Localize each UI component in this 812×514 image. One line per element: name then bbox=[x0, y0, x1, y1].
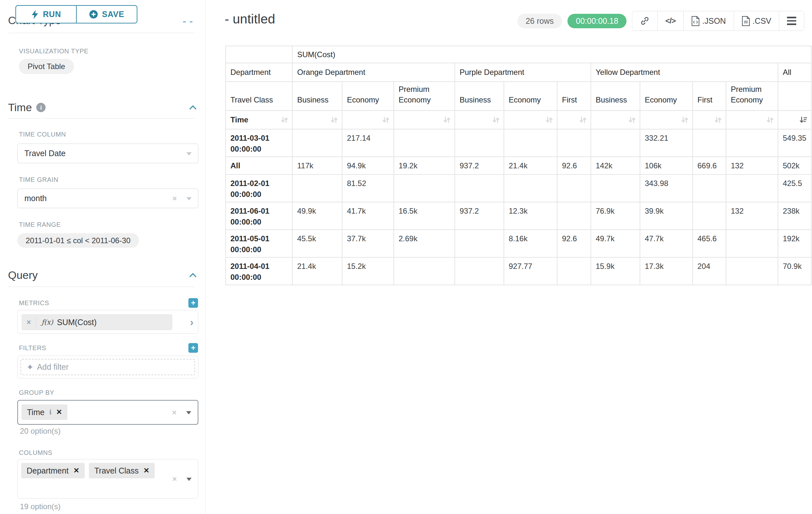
remove-tag-icon[interactable]: ✕ bbox=[56, 408, 62, 416]
copy-link-button[interactable] bbox=[632, 11, 657, 30]
chevron-down-icon bbox=[186, 152, 192, 156]
export-json-button[interactable]: .JSON bbox=[683, 11, 734, 30]
run-button[interactable]: RUN bbox=[16, 6, 76, 23]
sort-cell[interactable] bbox=[693, 111, 726, 129]
collapse-chevron-icon[interactable] bbox=[188, 103, 198, 112]
export-csv-button[interactable]: .CSV bbox=[734, 11, 779, 30]
col-dimension-label: Department bbox=[226, 63, 292, 81]
pivot-cell: 937.2 bbox=[455, 202, 503, 229]
metric-pill[interactable]: × ƒ(x) SUM(Cost) bbox=[22, 314, 172, 330]
sort-cell[interactable] bbox=[557, 111, 590, 129]
row-header: 2011-02-01 00:00:00 bbox=[226, 175, 292, 202]
add-metric-button[interactable]: + bbox=[188, 298, 198, 308]
pivot-row-total: 502k bbox=[778, 157, 811, 174]
group-by-select[interactable]: Time i ✕ × bbox=[17, 400, 198, 425]
pivot-cell: 94.9k bbox=[343, 157, 394, 174]
class-header: Economy bbox=[640, 82, 692, 110]
group-by-label: GROUP BY bbox=[19, 389, 54, 397]
sort-cell[interactable] bbox=[293, 111, 342, 129]
columns-select[interactable]: Department ✕ Travel Class ✕ × bbox=[17, 459, 198, 498]
pivot-row: 2011-06-01 00:00:0049.9k41.7k16.5k937.21… bbox=[226, 202, 811, 229]
time-grain-select[interactable]: month × bbox=[17, 189, 198, 208]
filters-box: + Add filter bbox=[17, 356, 198, 378]
clear-icon[interactable]: × bbox=[172, 408, 176, 417]
pivot-cell: 21.4k bbox=[504, 157, 557, 174]
pivot-cell: 132 bbox=[726, 157, 778, 174]
group-by-options-hint: 20 option(s) bbox=[20, 427, 61, 436]
time-column-select[interactable]: Travel Date bbox=[17, 143, 198, 163]
columns-options-hint: 19 option(s) bbox=[20, 502, 61, 511]
class-header: Business bbox=[293, 82, 342, 110]
pivot-cell bbox=[504, 130, 557, 157]
time-range-pill[interactable]: 2011-01-01 ≤ col < 2011-06-30 bbox=[17, 233, 139, 248]
pivot-cell bbox=[726, 175, 778, 202]
sort-cell[interactable] bbox=[455, 111, 503, 129]
columns-label: COLUMNS bbox=[19, 449, 52, 457]
sort-cell[interactable] bbox=[343, 111, 394, 129]
class-header: First bbox=[693, 82, 726, 110]
add-filter-dropzone[interactable]: + Add filter bbox=[21, 359, 195, 375]
pivot-cell bbox=[455, 230, 503, 257]
pivot-cell: 142k bbox=[591, 157, 640, 174]
sort-cell[interactable] bbox=[778, 111, 811, 129]
sort-row: Time bbox=[226, 111, 811, 129]
department-header: Yellow Department bbox=[591, 63, 778, 81]
pivot-row-total: 425.5 bbox=[778, 175, 811, 202]
pivot-cell: 47.7k bbox=[640, 230, 692, 257]
metric-name: SUM(Cost) bbox=[57, 318, 96, 327]
sort-cell[interactable] bbox=[394, 111, 455, 129]
pivot-cell: 117k bbox=[293, 157, 342, 174]
class-header: Economy bbox=[343, 82, 394, 110]
query-timer-badge: 00:00:00.18 bbox=[568, 14, 627, 28]
columns-tag[interactable]: Department ✕ bbox=[21, 463, 85, 478]
pivot-row: 2011-05-01 00:00:0045.5k37.7k2.69k8.16k9… bbox=[226, 230, 811, 257]
pivot-row-total: 192k bbox=[778, 230, 811, 257]
sort-cell[interactable] bbox=[504, 111, 557, 129]
pivot-cell: 92.6 bbox=[557, 230, 590, 257]
clear-icon[interactable]: × bbox=[172, 194, 177, 203]
chevron-down-icon bbox=[186, 197, 192, 200]
panel-resize-handle[interactable] bbox=[183, 21, 193, 23]
pivot-cell bbox=[726, 230, 778, 257]
pivot-cell: 45.5k bbox=[293, 230, 342, 257]
viz-type-pill[interactable]: Pivot Table bbox=[19, 59, 74, 74]
sort-cell[interactable] bbox=[640, 111, 692, 129]
pivot-cell bbox=[455, 258, 503, 285]
sort-icon bbox=[545, 116, 554, 124]
remove-metric-icon[interactable]: × bbox=[22, 318, 36, 327]
pivot-cell bbox=[693, 202, 726, 229]
pivot-row: 2011-02-01 00:00:0081.52343.98425.5 bbox=[226, 175, 811, 202]
row-header: 2011-05-01 00:00:00 bbox=[226, 230, 292, 257]
time-column-label: TIME COLUMN bbox=[19, 131, 66, 138]
csv-file-icon bbox=[742, 16, 750, 26]
panel-divider[interactable] bbox=[205, 0, 206, 514]
pivot-cell: 49.7k bbox=[591, 230, 640, 257]
time-range-label: TIME RANGE bbox=[19, 221, 61, 228]
query-section-heading: Query bbox=[8, 269, 38, 281]
sort-cell[interactable] bbox=[591, 111, 640, 129]
menu-icon bbox=[787, 17, 796, 25]
remove-tag-icon[interactable]: ✕ bbox=[143, 466, 149, 475]
collapse-chevron-icon[interactable] bbox=[188, 270, 198, 280]
metric-header-row: SUM(Cost) bbox=[226, 46, 811, 63]
remove-tag-icon[interactable]: ✕ bbox=[74, 466, 79, 475]
more-options-button[interactable] bbox=[779, 11, 804, 30]
fx-icon: ƒ(x) bbox=[41, 318, 53, 326]
embed-code-button[interactable]: </> bbox=[657, 11, 683, 30]
sort-cell-time[interactable]: Time bbox=[226, 111, 292, 129]
time-grain-label: TIME GRAIN bbox=[19, 176, 58, 184]
class-header: Business bbox=[455, 82, 503, 110]
group-by-tag[interactable]: Time i ✕ bbox=[22, 404, 67, 420]
sort-icon bbox=[492, 116, 500, 124]
add-filter-button[interactable]: + bbox=[188, 343, 198, 353]
clear-icon[interactable]: × bbox=[172, 475, 177, 484]
chart-title[interactable]: - untitled bbox=[225, 11, 275, 27]
class-header: Business bbox=[591, 82, 640, 110]
sort-cell[interactable] bbox=[726, 111, 778, 129]
pivot-cell: 76.9k bbox=[591, 202, 640, 229]
columns-tag[interactable]: Travel Class ✕ bbox=[89, 463, 155, 478]
metrics-label: METRICS bbox=[19, 299, 49, 307]
save-button[interactable]: SAVE bbox=[76, 6, 137, 23]
chevron-right-icon[interactable]: › bbox=[190, 316, 194, 328]
filters-label: FILTERS bbox=[19, 344, 46, 352]
